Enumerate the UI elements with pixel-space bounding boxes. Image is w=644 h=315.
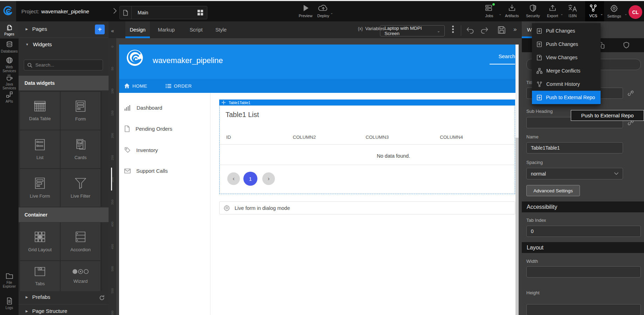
ruler-tick: 600 <box>111 308 114 315</box>
grid-layout-icon <box>34 231 46 243</box>
settings-button[interactable]: Settings <box>607 4 621 18</box>
export-chevron-icon[interactable]: ⌄ <box>560 12 563 16</box>
artifacts-button[interactable]: Artifacts <box>505 4 519 18</box>
page-structure-section-header[interactable]: ▶ Page Structure <box>26 308 67 314</box>
widget-card-list[interactable]: List <box>20 130 60 168</box>
app-sidebar-item-pending-orders[interactable]: Pending Orders <box>124 125 172 132</box>
height-input[interactable] <box>526 304 641 315</box>
more-options-kebab-icon[interactable] <box>452 26 454 33</box>
undo-icon[interactable] <box>466 26 475 34</box>
security-button[interactable]: Security <box>526 4 540 18</box>
pagination-next-button[interactable]: › <box>262 172 275 185</box>
deploy-label: Deploy <box>317 14 329 18</box>
add-page-button[interactable]: + <box>95 25 105 34</box>
pull-changes-icon <box>536 28 542 34</box>
app-search-link[interactable]: Search <box>490 53 515 64</box>
jobs-button[interactable]: Jobs <box>485 4 493 18</box>
tab-design[interactable]: Design <box>125 21 150 38</box>
menu-item-view-changes[interactable]: View Changes <box>532 51 601 64</box>
pagination-page-1[interactable]: 1 <box>243 172 257 186</box>
preview-button[interactable]: Preview <box>299 4 312 18</box>
rail-item-pages[interactable]: Pages <box>0 21 19 39</box>
rail-item-file-explorer[interactable]: File Explorer <box>0 272 19 288</box>
redo-icon[interactable] <box>480 26 489 34</box>
widget-card-grid-layout[interactable]: Grid Layout <box>20 222 60 260</box>
widgets-section-header[interactable]: ▼ Widgets <box>26 41 52 47</box>
tab-style[interactable]: Style <box>211 21 231 38</box>
wavemaker-logo[interactable] <box>0 1 16 21</box>
nav-item-order[interactable]: ORDER <box>166 83 192 89</box>
widget-search[interactable] <box>24 60 103 70</box>
tab-script[interactable]: Script <box>183 21 209 38</box>
save-icon[interactable] <box>497 26 506 34</box>
collapse-panel-icon[interactable]: « <box>109 25 116 36</box>
tabs-icon <box>34 266 46 277</box>
expand-panel-icon[interactable]: » <box>513 26 517 33</box>
table-column-4[interactable]: COLUMN4 <box>440 135 463 140</box>
properties-tab-widget[interactable]: W <box>527 27 532 33</box>
artifacts-icon <box>508 4 516 12</box>
widget-selection-label[interactable]: Table1Table1 <box>219 100 515 105</box>
menu-item-pull-changes[interactable]: Pull Changes <box>532 24 601 37</box>
security-shield-icon <box>529 4 537 12</box>
vcs-button[interactable]: VCS <box>589 4 597 18</box>
breadcrumb-chevron-icon[interactable] <box>111 7 118 14</box>
ruler-tick: 350 <box>111 197 114 207</box>
theme-shield-icon[interactable] <box>623 42 629 49</box>
open-page-tab[interactable]: Main <box>119 6 207 19</box>
rail-item-java-services[interactable]: Java Services <box>0 74 19 90</box>
rail-item-logs[interactable]: Logs <box>0 297 19 310</box>
bind-title-link-icon[interactable] <box>628 90 634 96</box>
tab-markup[interactable]: Markup <box>153 21 179 38</box>
prefabs-section-header[interactable]: ▶ Prefabs <box>26 294 50 300</box>
widget-card-live-form[interactable]: Live Form <box>20 169 60 207</box>
user-avatar[interactable]: CL <box>629 5 642 19</box>
device-selector[interactable]: Laptop with MDPI Screen ⌄ <box>380 25 445 36</box>
widget-card-tabs[interactable]: Tabs <box>20 261 60 291</box>
pages-section-header[interactable]: ▶ Pages <box>26 26 47 32</box>
name-input[interactable] <box>526 142 623 153</box>
panel-resize-handle[interactable] <box>111 167 112 191</box>
rail-item-databases[interactable]: Databases <box>0 41 19 53</box>
menu-item-commit-history[interactable]: Commit History <box>532 77 601 91</box>
settings-chevron-icon[interactable]: ⌄ <box>624 12 627 16</box>
advanced-settings-button[interactable]: Advanced Settings <box>526 185 580 196</box>
table-column-3[interactable]: COLUMN3 <box>366 135 389 140</box>
table-column-id[interactable]: ID <box>226 135 231 140</box>
app-sidebar-item-dashboard[interactable]: Dashboard <box>124 104 162 111</box>
widget-card-cards[interactable]: Cards <box>61 130 101 168</box>
export-button[interactable]: Export <box>547 4 558 18</box>
widget-card-accordion[interactable]: Accordion <box>61 222 101 260</box>
spacing-select[interactable]: normal <box>526 168 623 179</box>
canvas-scrollbar-thumb[interactable] <box>515 44 519 138</box>
i18n-button[interactable]: I18N <box>568 4 577 18</box>
deploy-chevron-icon[interactable]: ⌄ <box>330 11 333 15</box>
live-form-dialog-widget[interactable]: Live form in dialog mode <box>219 201 515 214</box>
app-sidebar-item-inventory[interactable]: Inventory <box>124 147 158 153</box>
widget-search-input[interactable] <box>35 62 94 68</box>
widget-card-data-table[interactable]: Data Table <box>20 92 60 130</box>
menu-item-merge-conflicts[interactable]: Merge Conflicts <box>532 64 601 77</box>
refresh-prefabs-icon[interactable] <box>99 295 105 301</box>
pagination-prev-button[interactable]: ‹ <box>227 172 240 185</box>
menu-item-push-changes[interactable]: Push Changes <box>532 37 601 51</box>
widget-card-form[interactable]: Form <box>61 92 101 130</box>
vcs-chevron-icon[interactable]: ⌄ <box>600 12 603 16</box>
pages-grid-icon[interactable] <box>197 9 203 16</box>
device-selector-value: Laptop with MDPI Screen <box>385 26 437 36</box>
tab-index-input[interactable] <box>526 226 641 237</box>
rail-item-web-services[interactable]: Web Services <box>0 57 19 73</box>
width-input[interactable] <box>526 266 641 278</box>
widget-card-live-filter[interactable]: Live Filter <box>61 169 101 207</box>
jobs-chevron-icon[interactable]: ⌄ <box>499 12 501 16</box>
menu-item-push-to-external-repo[interactable]: Push to External Repo <box>532 91 601 104</box>
height-label: Height <box>526 290 540 295</box>
ruler-tick: 50 <box>111 63 114 74</box>
widget-card-wizard[interactable]: Wizard <box>61 261 101 291</box>
table-column-2[interactable]: COLUMN2 <box>293 135 316 140</box>
subheading-label: Sub Heading <box>526 109 553 114</box>
deploy-button[interactable]: Deploy <box>317 4 329 18</box>
app-sidebar-item-support-calls[interactable]: Support Calls <box>124 168 168 174</box>
rail-item-apis[interactable]: APIs <box>0 91 19 103</box>
nav-item-home[interactable]: HOME <box>124 83 147 89</box>
